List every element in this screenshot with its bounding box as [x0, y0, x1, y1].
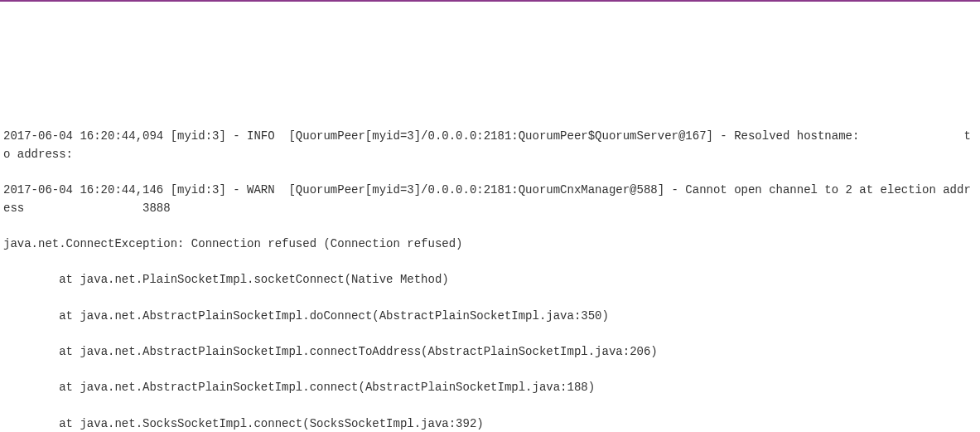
top-border-accent	[0, 0, 980, 2]
log-line: java.net.ConnectException: Connection re…	[3, 235, 977, 254]
log-line: at java.net.PlainSocketImpl.socketConnec…	[3, 271, 977, 289]
log-line: at java.net.SocksSocketImpl.connect(Sock…	[3, 415, 977, 432]
log-line: at java.net.AbstractPlainSocketImpl.conn…	[3, 343, 977, 362]
log-line: at java.net.AbstractPlainSocketImpl.doCo…	[3, 308, 977, 326]
log-line: at java.net.AbstractPlainSocketImpl.conn…	[3, 379, 977, 397]
log-line: 2017-06-04 16:20:44,146 [myid:3] - WARN …	[3, 182, 977, 217]
log-line: 2017-06-04 16:20:44,094 [myid:3] - INFO …	[3, 128, 977, 163]
log-output: 2017-06-04 16:20:44,094 [myid:3] - INFO …	[3, 109, 977, 432]
